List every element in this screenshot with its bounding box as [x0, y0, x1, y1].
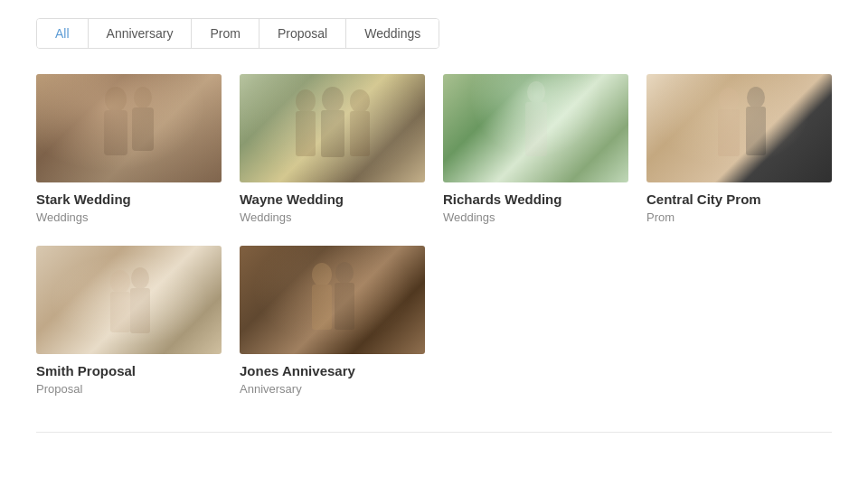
gallery-item-title-central-city-prom: Central City Prom [646, 191, 832, 207]
svg-point-17 [110, 270, 130, 294]
gallery-item-image-smith-proposal [36, 246, 222, 354]
gallery-item-category-central-city-prom: Prom [646, 210, 832, 224]
svg-rect-12 [532, 83, 542, 110]
svg-point-8 [350, 89, 370, 113]
gallery-item-wayne-wedding[interactable]: Wayne WeddingWeddings [240, 74, 425, 224]
svg-point-2 [134, 87, 152, 108]
svg-rect-9 [350, 111, 370, 156]
svg-rect-3 [132, 107, 154, 151]
gallery-item-category-wayne-wedding: Weddings [240, 210, 425, 224]
gallery-item-image-central-city-prom [646, 74, 832, 182]
filter-tab-proposal[interactable]: Proposal [259, 19, 346, 48]
svg-point-13 [719, 88, 739, 111]
svg-rect-24 [335, 283, 354, 330]
gallery-item-title-jones-anniversary: Jones Annivesary [240, 363, 425, 378]
gallery-item-smith-proposal[interactable]: Smith ProposalProposal [36, 246, 222, 396]
gallery-item-jones-anniversary[interactable]: Jones AnnivesaryAnniversary [240, 246, 425, 396]
svg-point-10 [527, 81, 545, 103]
filter-tab-all[interactable]: All [37, 19, 89, 48]
gallery-item-title-wayne-wedding: Wayne Wedding [240, 191, 425, 207]
svg-rect-18 [110, 292, 130, 332]
svg-rect-1 [104, 110, 127, 155]
filter-tab-prom[interactable]: Prom [192, 19, 259, 48]
svg-point-6 [322, 87, 344, 112]
gallery-item-image-stark-wedding [36, 74, 222, 182]
svg-rect-5 [296, 111, 316, 156]
svg-point-4 [296, 89, 316, 113]
gallery-item-image-wayne-wedding [240, 74, 425, 182]
svg-rect-16 [746, 107, 766, 155]
svg-rect-22 [312, 285, 332, 330]
gallery-item-title-smith-proposal: Smith Proposal [36, 363, 222, 378]
gallery-item-central-city-prom[interactable]: Central City PromProm [646, 74, 832, 224]
svg-rect-14 [718, 109, 740, 156]
gallery-grid: Stark WeddingWeddings Wayne WeddingWeddi… [36, 74, 832, 396]
svg-point-0 [105, 87, 127, 112]
svg-rect-20 [130, 288, 150, 333]
gallery-item-category-smith-proposal: Proposal [36, 382, 222, 396]
gallery-item-image-richards-wedding [443, 74, 628, 182]
gallery-item-category-richards-wedding: Weddings [443, 210, 628, 224]
svg-point-15 [747, 87, 765, 108]
gallery-item-image-jones-anniversary [240, 246, 425, 354]
gallery-item-category-stark-wedding: Weddings [36, 210, 222, 224]
filter-tabs: AllAnniversaryPromProposalWeddings [36, 18, 439, 49]
gallery-item-title-richards-wedding: Richards Wedding [443, 191, 628, 207]
svg-point-21 [312, 263, 332, 286]
svg-point-23 [335, 262, 354, 284]
svg-rect-7 [321, 110, 344, 157]
page-wrapper: AllAnniversaryPromProposalWeddings Stark… [0, 0, 868, 469]
gallery-item-category-jones-anniversary: Anniversary [240, 382, 425, 396]
gallery-item-stark-wedding[interactable]: Stark WeddingWeddings [36, 74, 222, 224]
bottom-divider [36, 432, 832, 433]
filter-tab-anniversary[interactable]: Anniversary [89, 19, 193, 48]
svg-rect-11 [525, 102, 547, 156]
gallery-item-title-stark-wedding: Stark Wedding [36, 191, 222, 207]
filter-tab-weddings[interactable]: Weddings [346, 19, 439, 48]
svg-point-19 [131, 267, 149, 289]
gallery-item-richards-wedding[interactable]: Richards WeddingWeddings [443, 74, 628, 224]
